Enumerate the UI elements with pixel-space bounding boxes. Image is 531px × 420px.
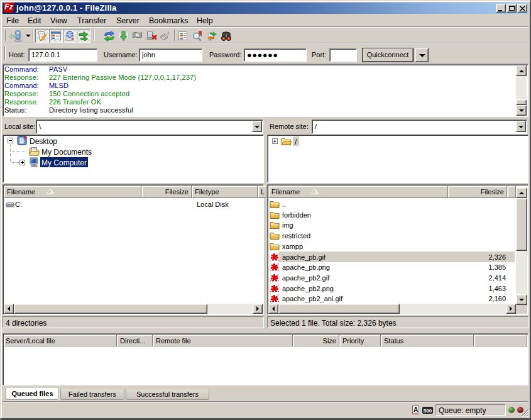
svg-text:500: 500	[424, 408, 432, 414]
svg-text:A: A	[413, 406, 418, 413]
